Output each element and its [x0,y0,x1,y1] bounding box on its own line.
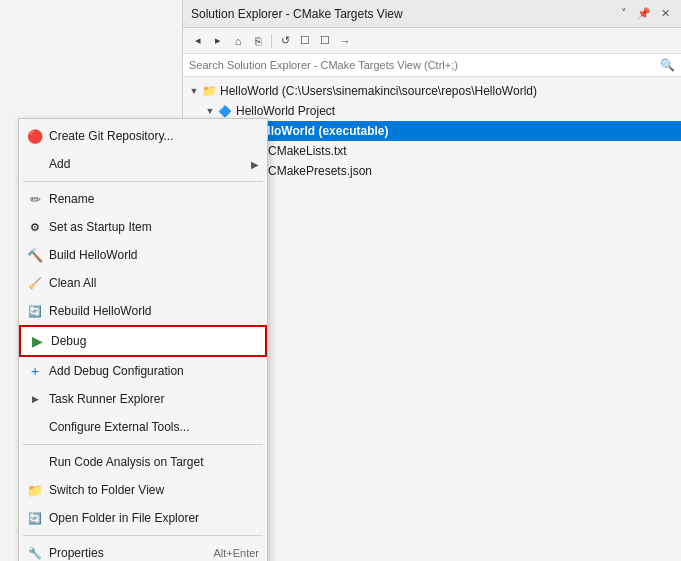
menu-item-open-folder[interactable]: 🔄 Open Folder in File Explorer [19,504,267,532]
debug-play-icon: ▶ [27,331,47,351]
menu-label-task-runner: Task Runner Explorer [49,392,259,406]
menu-item-rebuild[interactable]: 🔄 Rebuild HelloWorld [19,297,267,325]
menu-label-build: Build HelloWorld [49,248,259,262]
task-runner-icon: ▶ [25,389,45,409]
titlebar-chevron-icon[interactable]: ˅ [618,6,630,21]
solution-explorer-search: 🔍 [183,54,681,77]
menu-item-add-debug-config[interactable]: + Add Debug Configuration [19,357,267,385]
toolbar-view2-btn[interactable]: ☐ [316,32,334,50]
add-icon [25,154,45,174]
rename-icon: ✏ [25,189,45,209]
tree-label-project: HelloWorld Project [236,104,335,118]
menu-label-add: Add [49,157,251,171]
menu-item-build[interactable]: 🔨 Build HelloWorld [19,241,267,269]
tree-label-presets: CMakePresets.json [268,164,372,178]
toolbar-refresh-btn[interactable]: ↺ [276,32,294,50]
titlebar-close-icon[interactable]: ✕ [658,6,673,21]
titlebar-pin-icon[interactable]: 📌 [634,6,654,21]
menu-sep-1 [23,181,263,182]
menu-label-debug: Debug [51,334,257,348]
search-input[interactable] [189,59,656,71]
menu-item-task-runner[interactable]: ▶ Task Runner Explorer [19,385,267,413]
add-submenu-arrow: ▶ [251,159,259,170]
configure-ext-icon [25,417,45,437]
menu-item-add[interactable]: Add ▶ [19,150,267,178]
tree-arrow-root: ▼ [187,86,201,96]
menu-label-clean: Clean All [49,276,259,290]
folder-icon-root: 📁 [201,84,217,98]
clean-icon: 🧹 [25,273,45,293]
menu-sep-2 [23,444,263,445]
startup-icon: ⚙ [25,217,45,237]
menu-label-configure-external: Configure External Tools... [49,420,259,434]
code-analysis-icon [25,452,45,472]
menu-label-properties: Properties [49,546,203,560]
toolbar-back-btn[interactable]: ◂ [189,32,207,50]
menu-item-properties[interactable]: 🔧 Properties Alt+Enter [19,539,267,561]
menu-label-create-git: Create Git Repository... [49,129,259,143]
open-folder-icon: 🔄 [25,508,45,528]
menu-label-open-folder: Open Folder in File Explorer [49,511,259,525]
solution-explorer-toolbar: ◂ ▸ ⌂ ⎘ ↺ ☐ ☐ → [183,28,681,54]
properties-shortcut: Alt+Enter [213,547,259,559]
menu-label-run-code-analysis: Run Code Analysis on Target [49,455,259,469]
cmake-project-icon: 🔷 [217,105,233,118]
rebuild-icon: 🔄 [25,301,45,321]
menu-item-rename[interactable]: ✏ Rename [19,185,267,213]
tree-label-cmakelists: CMakeLists.txt [268,144,347,158]
menu-label-switch-folder: Switch to Folder View [49,483,259,497]
toolbar-sync-btn[interactable]: ⎘ [249,32,267,50]
menu-item-switch-folder[interactable]: 📁 Switch to Folder View [19,476,267,504]
menu-item-create-git[interactable]: 🔴 Create Git Repository... [19,122,267,150]
tree-label-root: HelloWorld (C:\Users\sinemakinci\source\… [220,84,537,98]
build-icon: 🔨 [25,245,45,265]
add-debug-icon: + [25,361,45,381]
toolbar-sep1 [271,34,272,48]
menu-label-add-debug: Add Debug Configuration [49,364,259,378]
menu-item-set-startup[interactable]: ⚙ Set as Startup Item [19,213,267,241]
tree-arrow-project: ▼ [203,106,217,116]
solution-explorer-titlebar: Solution Explorer - CMake Targets View ˅… [183,0,681,28]
menu-item-debug[interactable]: ▶ Debug [19,325,267,357]
toolbar-home-btn[interactable]: ⌂ [229,32,247,50]
properties-icon: 🔧 [25,543,45,561]
menu-label-set-startup: Set as Startup Item [49,220,259,234]
tree-item-helloworld-root[interactable]: ▼ 📁 HelloWorld (C:\Users\sinemakinci\sou… [183,81,681,101]
titlebar-icons: ˅ 📌 ✕ [618,6,673,21]
toolbar-arrow-btn[interactable]: → [336,32,354,50]
menu-sep-3 [23,535,263,536]
tree-label-executable: HelloWorld (executable) [252,124,388,138]
search-icon: 🔍 [660,58,675,72]
menu-label-rebuild: Rebuild HelloWorld [49,304,259,318]
context-menu: 🔴 Create Git Repository... Add ▶ ✏ Renam… [18,118,268,561]
git-icon: 🔴 [25,126,45,146]
toolbar-view1-btn[interactable]: ☐ [296,32,314,50]
toolbar-forward-btn[interactable]: ▸ [209,32,227,50]
menu-label-rename: Rename [49,192,259,206]
solution-explorer-title: Solution Explorer - CMake Targets View [191,7,403,21]
menu-item-clean[interactable]: 🧹 Clean All [19,269,267,297]
folder-view-icon: 📁 [25,480,45,500]
menu-item-run-code-analysis[interactable]: Run Code Analysis on Target [19,448,267,476]
menu-item-configure-external[interactable]: Configure External Tools... [19,413,267,441]
